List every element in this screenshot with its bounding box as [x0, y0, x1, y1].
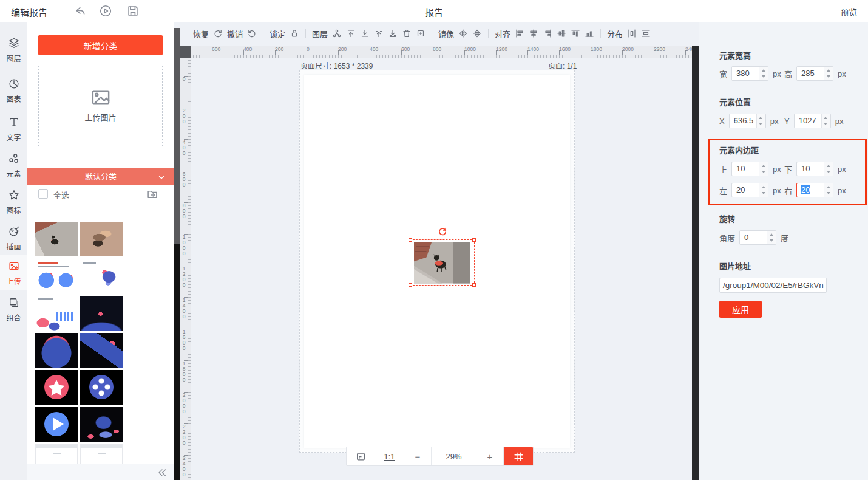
ruler-label: 1800 — [591, 46, 602, 52]
distribute-horizontal-icon[interactable] — [627, 29, 637, 38]
upload-dropzone[interactable]: 上传图片 — [38, 66, 163, 146]
zoom-100-button[interactable]: 1:1 — [375, 447, 404, 465]
add-category-button[interactable]: 新增分类 — [38, 35, 163, 55]
padding-bottom-input[interactable]: 10 — [796, 162, 833, 176]
angle-input[interactable]: 0 — [739, 230, 776, 245]
x-stepper[interactable] — [756, 114, 765, 128]
selected-image-element[interactable] — [410, 239, 475, 286]
zoom-out-button[interactable]: − — [404, 447, 432, 465]
sidebar-item-charts[interactable]: 图表 — [0, 73, 27, 108]
rotate-handle-icon[interactable] — [437, 226, 448, 237]
sidebar-item-elements[interactable]: 元素 — [0, 148, 27, 183]
zoom-in-button[interactable]: + — [476, 447, 504, 465]
horizontal-ruler: 600 400 200 0 200 400 600 800 1000 1200 … — [191, 46, 692, 58]
fit-to-screen-button[interactable] — [347, 447, 375, 465]
asset-thumbnail-headphones-doc[interactable] — [80, 259, 123, 293]
asset-thumbnail-dark-wave[interactable] — [80, 296, 123, 331]
x-label: X — [719, 117, 725, 126]
move-to-folder-icon[interactable] — [146, 188, 158, 202]
left-scrollbar-thumb[interactable] — [174, 28, 180, 244]
sidebar-item-icons[interactable]: 图标 — [0, 184, 27, 219]
sidebar-item-upload[interactable]: 上传 — [0, 255, 27, 290]
sidebar-item-text[interactable]: 文字 — [0, 111, 27, 146]
x-input[interactable]: 636.5 — [729, 114, 766, 128]
align-center-vertical-icon[interactable] — [557, 29, 566, 38]
asset-thumbnail-headphones-art[interactable] — [35, 333, 78, 368]
resize-handle-top-left[interactable] — [409, 238, 412, 242]
y-input[interactable]: 1027 — [794, 114, 831, 128]
asset-thumbnail-rocket-art[interactable] — [80, 333, 123, 368]
y-label: Y — [784, 117, 790, 126]
undo-icon[interactable] — [247, 29, 257, 38]
lock-open-icon[interactable] — [290, 29, 299, 38]
resize-handle-bottom-right[interactable] — [472, 283, 476, 287]
app-root: 编辑报告 报告 预览 图层 图表 文字 元素 — [0, 0, 868, 480]
padding-right-unit: px — [838, 186, 846, 195]
sidebar-item-groups[interactable]: 组合 — [0, 292, 27, 327]
flip-horizontal-icon[interactable] — [458, 29, 468, 38]
ruler-label: 400 — [181, 139, 187, 156]
asset-thumbnail-star-badge[interactable] — [35, 370, 78, 405]
resize-handle-top-right[interactable] — [472, 238, 476, 242]
height-unit: px — [838, 69, 846, 78]
padding-right-input[interactable]: 20 — [796, 183, 833, 197]
asset-thumbnail-cat-photo[interactable] — [80, 222, 123, 256]
padding-left-stepper[interactable] — [759, 183, 768, 197]
align-right-icon[interactable] — [543, 29, 552, 38]
select-all-checkbox[interactable] — [38, 189, 48, 199]
send-to-back-icon[interactable] — [388, 29, 398, 38]
padding-right-selected-value: 20 — [801, 185, 810, 194]
asset-thumbnail-character-art[interactable] — [80, 407, 123, 442]
apply-button[interactable]: 应用 — [719, 301, 762, 318]
page[interactable] — [304, 75, 570, 448]
asset-thumbnail-page-template[interactable] — [35, 444, 78, 464]
bring-to-front-icon[interactable] — [374, 29, 384, 38]
asset-thumbnail-dog-photo[interactable] — [35, 222, 78, 256]
y-stepper[interactable] — [821, 114, 830, 128]
canvas-workspace: 恢复 撤销 锁定 图层 镜像 对齐 — [174, 22, 699, 480]
angle-stepper[interactable] — [767, 231, 776, 244]
collapse-panel-icon[interactable] — [157, 468, 167, 478]
align-center-horizontal-icon[interactable] — [529, 29, 538, 38]
align-top-icon[interactable] — [571, 29, 580, 38]
resize-handle-bottom-left[interactable] — [409, 283, 412, 287]
sidebar-item-illustrations[interactable]: 插画 — [0, 221, 27, 256]
flip-vertical-icon[interactable] — [472, 29, 482, 38]
width-input[interactable]: 380 — [731, 66, 768, 81]
padding-left-input[interactable]: 20 — [731, 183, 768, 197]
padding-top-label: 上 — [719, 163, 727, 175]
align-left-icon[interactable] — [515, 29, 524, 38]
grid-toggle-button[interactable] — [504, 447, 533, 465]
padding-top-stepper[interactable] — [759, 162, 768, 176]
duplicate-icon[interactable] — [416, 29, 426, 38]
image-url-input[interactable]: /group1/M00/02/E5/rBGkVn — [719, 278, 827, 293]
delete-icon[interactable] — [402, 29, 412, 38]
redo-icon[interactable] — [213, 29, 223, 38]
left-scrollbar-track[interactable] — [174, 244, 180, 480]
move-layer-up-icon[interactable] — [346, 29, 356, 38]
distribute-vertical-icon[interactable] — [641, 29, 651, 38]
sidebar-item-label: 图表 — [0, 94, 27, 104]
asset-thumbnail-dots-badge[interactable] — [80, 370, 123, 405]
width-stepper[interactable] — [759, 67, 768, 80]
height-stepper[interactable] — [824, 67, 833, 80]
right-scrollbar[interactable] — [692, 46, 699, 480]
padding-right-stepper[interactable] — [824, 183, 833, 197]
asset-thumbnail-chart-illustration[interactable] — [35, 296, 78, 331]
align-bottom-icon[interactable] — [585, 29, 594, 38]
layer-node-icon[interactable] — [332, 29, 342, 38]
preview-button[interactable]: 预览 — [840, 5, 857, 18]
padding-section-title: 元素内边距 — [719, 144, 759, 156]
ruler-label: 1600 — [559, 46, 571, 52]
padding-bottom-stepper[interactable] — [824, 162, 833, 176]
ruler-label: 400 — [370, 46, 378, 52]
padding-bottom-label: 下 — [784, 163, 792, 175]
sidebar-item-layers[interactable]: 图层 — [0, 32, 27, 67]
asset-thumbnail-pie-chart-doc[interactable] — [35, 259, 78, 293]
padding-top-input[interactable]: 10 — [731, 162, 768, 176]
height-input[interactable]: 285 — [796, 66, 833, 81]
category-bar[interactable]: 默认分类 — [27, 168, 174, 185]
asset-thumbnail-play-badge[interactable] — [35, 407, 78, 442]
asset-thumbnail-page-template[interactable] — [80, 444, 123, 464]
move-layer-down-icon[interactable] — [360, 29, 370, 38]
